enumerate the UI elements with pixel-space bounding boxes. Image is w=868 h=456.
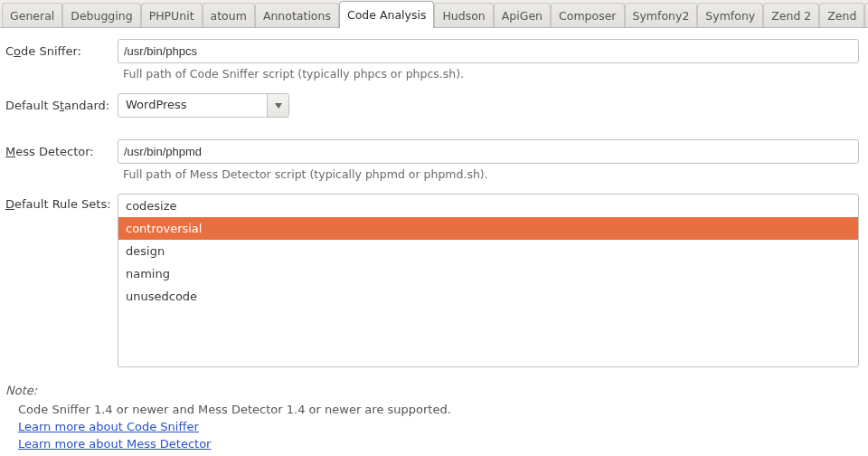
note-title: Note: [5, 384, 859, 397]
default-standard-combo[interactable]: WordPress [118, 93, 289, 118]
default-standard-row: Default Standard: WordPress [5, 93, 859, 118]
tab-general[interactable]: General [2, 3, 62, 27]
rule-sets-label: Default Rule Sets: [5, 194, 118, 211]
tab-zend[interactable]: Zend [819, 3, 864, 27]
tab-debugging[interactable]: Debugging [62, 3, 140, 27]
tab-strip: GeneralDebuggingPHPUnitatoumAnnotationsC… [0, 0, 868, 28]
chevron-down-icon [275, 103, 282, 109]
rule-set-item-design[interactable]: design [118, 240, 858, 262]
mess-detector-input[interactable] [118, 139, 859, 164]
learn-more-code-sniffer-link[interactable]: Learn more about Code Sniffer [18, 420, 199, 433]
mess-detector-helper: Full path of Mess Detector script (typic… [123, 167, 859, 181]
note-support-line: Code Sniffer 1.4 or newer and Mess Detec… [18, 403, 859, 416]
default-standard-value: WordPress [118, 94, 267, 117]
preferences-window: GeneralDebuggingPHPUnitatoumAnnotationsC… [0, 0, 868, 456]
tab-symfony[interactable]: Symfony [697, 3, 763, 27]
tab-composer[interactable]: Composer [551, 3, 624, 27]
rule-sets-row: Default Rule Sets: codesizecontroversial… [5, 194, 859, 367]
rule-set-item-controversial[interactable]: controversial [118, 217, 858, 240]
mess-detector-label: Mess Detector: [5, 145, 118, 158]
code-analysis-panel: Code Sniffer: Full path of Code Sniffer … [0, 28, 868, 456]
tab-symfony2[interactable]: Symfony2 [625, 3, 698, 27]
tab-smarty[interactable]: Smarty [864, 3, 868, 27]
rule-set-item-naming[interactable]: naming [118, 262, 858, 285]
mess-detector-row: Mess Detector: [5, 139, 859, 164]
code-sniffer-input[interactable] [118, 39, 859, 63]
code-sniffer-helper: Full path of Code Sniffer script (typica… [123, 67, 859, 81]
code-sniffer-label: Code Sniffer: [5, 44, 118, 58]
tab-atoum[interactable]: atoum [203, 3, 255, 27]
tab-code-analysis[interactable]: Code Analysis [339, 1, 434, 28]
tab-zend-2[interactable]: Zend 2 [763, 3, 819, 27]
default-standard-label: Default Standard: [5, 99, 118, 112]
tab-annotations[interactable]: Annotations [255, 3, 339, 27]
rule-set-item-unusedcode[interactable]: unusedcode [118, 285, 858, 308]
tab-phpunit[interactable]: PHPUnit [141, 3, 203, 27]
note-block: Note: Code Sniffer 1.4 or newer and Mess… [5, 384, 859, 454]
tab-apigen[interactable]: ApiGen [494, 3, 551, 27]
rule-sets-listbox[interactable]: codesizecontroversialdesignnamingunusedc… [118, 194, 859, 367]
rule-set-item-codesize[interactable]: codesize [118, 195, 858, 217]
tab-hudson[interactable]: Hudson [434, 3, 493, 27]
combo-dropdown-button[interactable] [267, 94, 288, 117]
learn-more-mess-detector-link[interactable]: Learn more about Mess Detector [18, 437, 211, 451]
code-sniffer-row: Code Sniffer: [5, 39, 859, 63]
